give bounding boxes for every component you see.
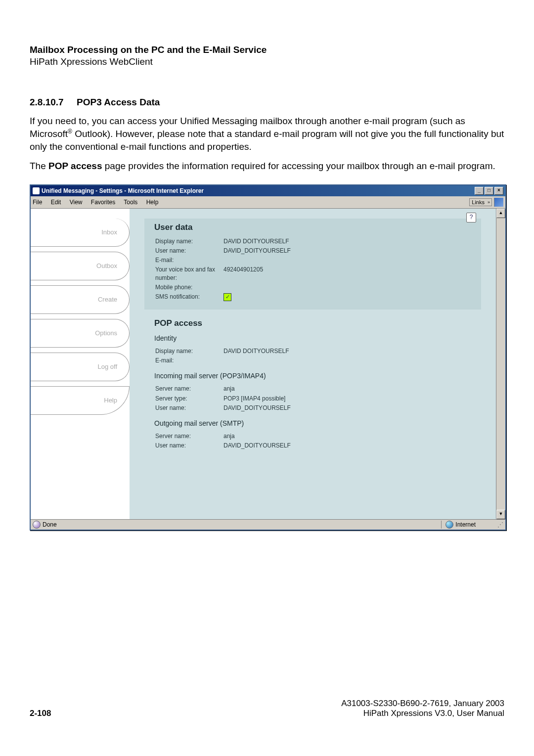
done-icon (33, 521, 41, 529)
identity-heading: Identity (154, 334, 471, 342)
page-footer: 2-108 A31003-S2330-B690-2-7619, January … (30, 699, 504, 718)
chapter-title: Mailbox Processing on the PC and the E-M… (30, 44, 504, 55)
minimize-button[interactable]: _ (475, 187, 484, 195)
sidebar-item-label: Outbox (96, 262, 117, 269)
ud-value: DAVID_DOITYOURSELF (223, 247, 294, 255)
out-label: User name: (155, 442, 222, 450)
incoming-table: Server name:anja Server type:POP3 [IMAP4… (154, 384, 295, 413)
out-value: DAVID_DOITYOURSELF (223, 442, 294, 450)
ud-label: User name: (155, 247, 222, 255)
id-label: E-mail: (155, 356, 222, 365)
sidebar-item-label: Options (95, 329, 117, 337)
sidebar-item-label: Inbox (101, 228, 117, 236)
chapter-subtitle: HiPath Xpressions WebClient (30, 56, 504, 67)
doc-number: A31003-S2330-B690-2-7619, January 2003 (341, 699, 504, 709)
maximize-button[interactable]: □ (485, 187, 493, 195)
sidebar-item-label: Help (104, 397, 117, 404)
outgoing-table: Server name:anja User name:DAVID_DOITYOU… (154, 431, 295, 451)
globe-icon (445, 521, 453, 529)
status-bar: Done Internet ⋰ (31, 519, 505, 530)
out-value: anja (223, 432, 294, 441)
in-label: Server name: (155, 385, 222, 393)
browser-window: Unified Messaging - Settings - Microsoft… (30, 184, 506, 531)
menu-view[interactable]: View (70, 199, 83, 206)
in-label: User name: (155, 404, 222, 412)
sms-checkbox[interactable]: ✓ (223, 293, 231, 301)
ud-value (223, 256, 294, 265)
incoming-heading: Incoming mail server (POP3/IMAP4) (154, 372, 471, 380)
ud-label: Your voice box and fax number: (155, 266, 222, 282)
pop-access-panel: POP access Identity Display name:DAVID D… (144, 316, 481, 458)
sidebar-item-label: Log off (97, 363, 117, 370)
menu-edit[interactable]: Edit (51, 199, 61, 206)
section-title: POP3 Access Data (77, 97, 160, 107)
menu-favorites[interactable]: Favorites (91, 199, 115, 206)
menu-file[interactable]: File (33, 199, 42, 206)
zone-indicator: Internet (441, 521, 495, 529)
ud-label: Mobile phone: (155, 283, 222, 292)
user-data-heading: User data (154, 222, 471, 232)
ud-label: Display name: (155, 237, 222, 246)
menu-items: File Edit View Favorites Tools Help (33, 199, 165, 206)
ie-icon (33, 187, 40, 194)
out-label: Server name: (155, 432, 222, 441)
section-number: 2.8.10.7 (30, 97, 64, 107)
id-value: DAVID DOITYOURSELF (223, 347, 292, 356)
id-label: Display name: (155, 347, 222, 356)
sidebar: Inbox Outbox Create Options Log off Help (31, 209, 130, 519)
resize-grip-icon[interactable]: ⋰ (495, 521, 503, 528)
status-text: Done (43, 521, 57, 528)
sms-label: SMS notification: (155, 293, 222, 302)
sidebar-item-help[interactable]: Help (31, 386, 130, 415)
scroll-down-button[interactable]: ▼ (496, 510, 505, 519)
pop-access-heading: POP access (154, 318, 471, 328)
scroll-up-button[interactable]: ▲ (496, 209, 505, 218)
sidebar-item-options[interactable]: Options (31, 319, 130, 348)
sidebar-item-inbox[interactable]: Inbox (31, 219, 130, 247)
in-label: Server type: (155, 395, 222, 403)
paragraph-2: The POP access page provides the informa… (30, 160, 504, 173)
identity-table: Display name:DAVID DOITYOURSELF E-mail: (154, 346, 293, 366)
links-button[interactable]: Links» (469, 198, 492, 206)
sidebar-item-logoff[interactable]: Log off (31, 353, 130, 381)
ud-value: DAVID DOITYOURSELF (223, 237, 294, 246)
user-data-table: Display name:DAVID DOITYOURSELF User nam… (154, 236, 295, 303)
page-number: 2-108 (30, 709, 51, 718)
close-button[interactable]: × (494, 187, 503, 195)
ie-logo-icon (494, 198, 503, 207)
in-value: POP3 [IMAP4 possible] (223, 395, 294, 403)
window-title: Unified Messaging - Settings - Microsoft… (42, 187, 204, 194)
content-pane: ? User data Display name:DAVID DOITYOURS… (130, 209, 496, 519)
section-heading: 2.8.10.7 POP3 Access Data (30, 97, 504, 108)
in-value: DAVID_DOITYOURSELF (223, 404, 294, 412)
id-value (223, 356, 292, 365)
ud-value: 492404901205 (223, 266, 294, 282)
product-line: HiPath Xpressions V3.0, User Manual (341, 709, 504, 718)
paragraph-1: If you need to, you can access your Unif… (30, 115, 504, 153)
ud-label: E-mail: (155, 256, 222, 265)
sidebar-item-outbox[interactable]: Outbox (31, 252, 130, 280)
sidebar-item-create[interactable]: Create (31, 285, 130, 314)
zone-text: Internet (455, 521, 476, 528)
ud-value (223, 283, 294, 292)
vertical-scrollbar[interactable]: ▲ ▼ (496, 209, 505, 519)
window-titlebar: Unified Messaging - Settings - Microsoft… (31, 185, 505, 196)
sidebar-item-label: Create (98, 296, 117, 303)
menu-help[interactable]: Help (146, 199, 159, 206)
menu-tools[interactable]: Tools (124, 199, 137, 206)
outgoing-heading: Outgoing mail server (SMTP) (154, 419, 471, 427)
in-value: anja (223, 385, 294, 393)
help-icon[interactable]: ? (466, 213, 476, 222)
menu-bar: File Edit View Favorites Tools Help Link… (31, 196, 505, 209)
user-data-panel: User data Display name:DAVID DOITYOURSEL… (144, 219, 481, 310)
